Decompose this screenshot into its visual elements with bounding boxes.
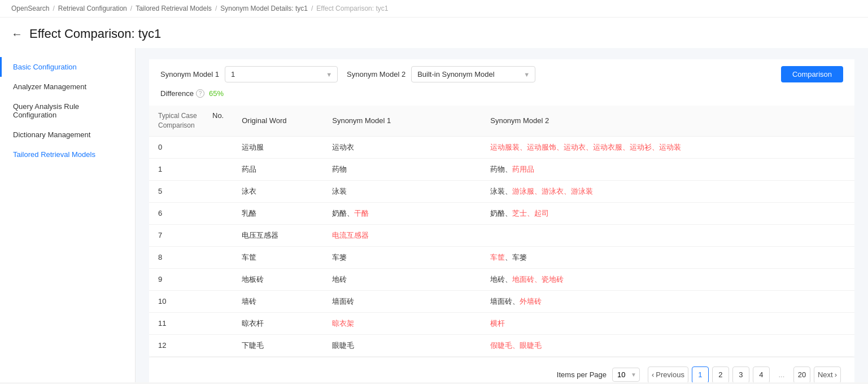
cell-no: 5 [149, 180, 233, 202]
col-no-text: No. [212, 111, 224, 120]
pagination-ellipsis: ... [773, 370, 790, 379]
synonym-model1-group: Synonym Model 1 1 ▼ [160, 66, 338, 82]
main-content: Synonym Model 1 1 ▼ Synonym Model 2 Buil… [136, 48, 868, 382]
cell-model2 [481, 224, 854, 246]
table-row: 7 电压互感器 电流互感器 [149, 224, 854, 246]
cell-no: 12 [149, 334, 233, 356]
col-model1: Synonym Model 1 [323, 106, 481, 136]
page-4-button[interactable]: 4 [753, 366, 770, 382]
breadcrumb-tailored[interactable]: Tailored Retrieval Models [136, 5, 212, 12]
breadcrumb-sep-3: / [215, 5, 217, 12]
next-button[interactable]: Next › [814, 366, 841, 382]
cell-original: 晾衣杆 [233, 312, 323, 334]
sidebar-item-tailored[interactable]: Tailored Retrieval Models [0, 145, 135, 164]
breadcrumb-sep-4: / [311, 5, 313, 12]
breadcrumb: OpenSearch / Retrieval Configuration / T… [0, 0, 868, 18]
breadcrumb-current: Effect Comparison: tyc1 [316, 5, 388, 12]
table-row: 5 泳衣 泳装 泳装、游泳服、游泳衣、游泳装 [149, 180, 854, 202]
table-row: 11 晾衣杆 晾衣架 横杆 [149, 312, 854, 334]
synonym-model2-select[interactable]: Built-in Synonym Model [411, 66, 535, 82]
sidebar-item-dictionary[interactable]: Dictionary Management [0, 125, 135, 145]
table-header-row: Typical Case Comparison No. Original Wor… [149, 106, 854, 136]
comparison-table: Typical Case Comparison No. Original Wor… [149, 106, 854, 357]
breadcrumb-synonym-details[interactable]: Synonym Model Details: tyc1 [220, 5, 308, 12]
cell-original: 车筐 [233, 246, 323, 268]
table-row: 1 药品 药物 药物、药用品 [149, 158, 854, 180]
cell-model2: 奶酪、芝士、起司 [481, 202, 854, 224]
col-model2: Synonym Model 2 [481, 106, 854, 136]
cell-model1: 泳装 [323, 180, 481, 202]
cell-no: 9 [149, 268, 233, 290]
cell-original: 墙砖 [233, 290, 323, 312]
cell-model1: 奶酪、干酪 [323, 202, 481, 224]
typical-case-label: Typical Case Comparison [158, 111, 203, 130]
page-20-button[interactable]: 20 [793, 366, 810, 382]
difference-label: Difference ? [160, 89, 204, 98]
page-size-wrapper: 10 20 50 ▼ [612, 368, 640, 382]
table-row: 8 车筐 车篓 车筐、车篓 [149, 246, 854, 268]
cell-no: 10 [149, 290, 233, 312]
cell-model1: 眼睫毛 [323, 334, 481, 356]
col-no: Typical Case Comparison No. [149, 106, 233, 136]
cell-no: 1 [149, 158, 233, 180]
breadcrumb-sep-1: / [53, 5, 54, 12]
cell-original: 电压互感器 [233, 224, 323, 246]
page-title: Effect Comparison: tyc1 [29, 27, 161, 41]
page-header: ← Effect Comparison: tyc1 [0, 18, 868, 48]
difference-value: 65% [209, 89, 224, 98]
cell-model1: 晾衣架 [323, 312, 481, 334]
cell-model2: 药物、药用品 [481, 158, 854, 180]
back-button[interactable]: ← [11, 28, 23, 41]
table-row: 10 墙砖 墙面砖 墙面砖、外墙砖 [149, 290, 854, 312]
cell-model1: 地砖 [323, 268, 481, 290]
sidebar-item-analyzer[interactable]: Analyzer Management [0, 77, 135, 97]
cell-no: 6 [149, 202, 233, 224]
cell-model1: 墙面砖 [323, 290, 481, 312]
breadcrumb-retrieval-config[interactable]: Retrieval Configuration [58, 5, 127, 12]
cell-original: 下睫毛 [233, 334, 323, 356]
breadcrumb-opensearch[interactable]: OpenSearch [11, 5, 49, 12]
synonym-model1-select-wrapper: 1 ▼ [225, 66, 338, 82]
cell-model2: 墙面砖、外墙砖 [481, 290, 854, 312]
cell-original: 地板砖 [233, 268, 323, 290]
table-row: 0 运动服 运动衣 运动服装、运动服饰、运动衣、运动衣服、运动衫、运动装 [149, 136, 854, 158]
cell-no: 7 [149, 224, 233, 246]
cell-no: 0 [149, 136, 233, 158]
cell-model2: 泳装、游泳服、游泳衣、游泳装 [481, 180, 854, 202]
chevron-right-icon: › [835, 370, 837, 379]
table-row: 6 乳酪 奶酪、干酪 奶酪、芝士、起司 [149, 202, 854, 224]
cell-original: 乳酪 [233, 202, 323, 224]
chevron-left-icon: ‹ [652, 370, 654, 379]
comparison-button[interactable]: Comparison [781, 66, 843, 82]
pagination: Items per Page 10 20 50 ▼ ‹ Previous 1 2… [149, 357, 854, 382]
page-size-select[interactable]: 10 20 50 [612, 368, 640, 382]
synonym-model1-label: Synonym Model 1 [160, 70, 219, 78]
col-original: Original Word [233, 106, 323, 136]
table-body: 0 运动服 运动衣 运动服装、运动服饰、运动衣、运动衣服、运动衫、运动装 1 药… [149, 136, 854, 356]
cell-model1: 车篓 [323, 246, 481, 268]
page-1-button[interactable]: 1 [692, 366, 709, 382]
synonym-model2-group: Synonym Model 2 Built-in Synonym Model ▼ [347, 66, 535, 82]
cell-model2: 假睫毛、眼睫毛 [481, 334, 854, 356]
page-3-button[interactable]: 3 [732, 366, 749, 382]
table-row: 12 下睫毛 眼睫毛 假睫毛、眼睫毛 [149, 334, 854, 356]
cell-model2: 运动服装、运动服饰、运动衣、运动衣服、运动衫、运动装 [481, 136, 854, 158]
main-layout: Basic Configuration Analyzer Management … [0, 48, 868, 382]
page-2-button[interactable]: 2 [712, 366, 729, 382]
cell-model1: 药物 [323, 158, 481, 180]
items-per-page-label: Items per Page [557, 370, 607, 379]
sidebar: Basic Configuration Analyzer Management … [0, 48, 136, 382]
synonym-model1-select[interactable]: 1 [225, 66, 338, 82]
info-icon[interactable]: ? [196, 89, 204, 98]
cell-model2: 横杆 [481, 312, 854, 334]
synonym-model2-select-wrapper: Built-in Synonym Model ▼ [411, 66, 535, 82]
table-section: Typical Case Comparison No. Original Wor… [149, 106, 854, 357]
breadcrumb-sep-2: / [130, 5, 132, 12]
prev-button[interactable]: ‹ Previous [648, 366, 688, 382]
sidebar-item-basic-config[interactable]: Basic Configuration [0, 57, 135, 77]
cell-model2: 车筐、车篓 [481, 246, 854, 268]
sidebar-item-query-analysis[interactable]: Query Analysis Rule Configuration [0, 97, 135, 125]
cell-model1: 运动衣 [323, 136, 481, 158]
cell-no: 8 [149, 246, 233, 268]
cell-no: 11 [149, 312, 233, 334]
